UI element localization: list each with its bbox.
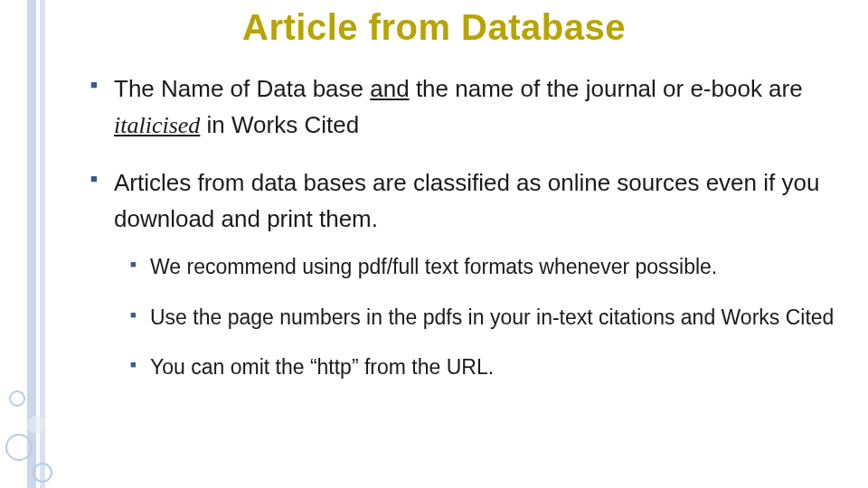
text-segment: the name of the journal or e-book are bbox=[410, 75, 803, 102]
decorative-left-strip bbox=[0, 0, 54, 488]
bullet-item: Articles from data bases are classified … bbox=[90, 164, 841, 385]
sub-bullet-item: We recommend using pdf/full text formats… bbox=[130, 251, 841, 284]
text-segment: The Name of Data base bbox=[114, 75, 370, 102]
bullet-item: The Name of Data base and the name of th… bbox=[90, 70, 841, 145]
text-segment: in Works Cited bbox=[200, 111, 359, 138]
sub-bullet-item: You can omit the “http” from the URL. bbox=[130, 352, 841, 384]
slide: Article from Database The Name of Data b… bbox=[0, 0, 868, 488]
slide-title: Article from Database bbox=[0, 7, 868, 48]
slide-body: The Name of Data base and the name of th… bbox=[90, 70, 841, 404]
sub-bullet-item: Use the page numbers in the pdfs in your… bbox=[130, 302, 841, 334]
italicised-word: italicised bbox=[114, 112, 200, 138]
underlined-and: and bbox=[370, 75, 409, 102]
text-segment: Articles from data bases are classified … bbox=[114, 169, 819, 232]
